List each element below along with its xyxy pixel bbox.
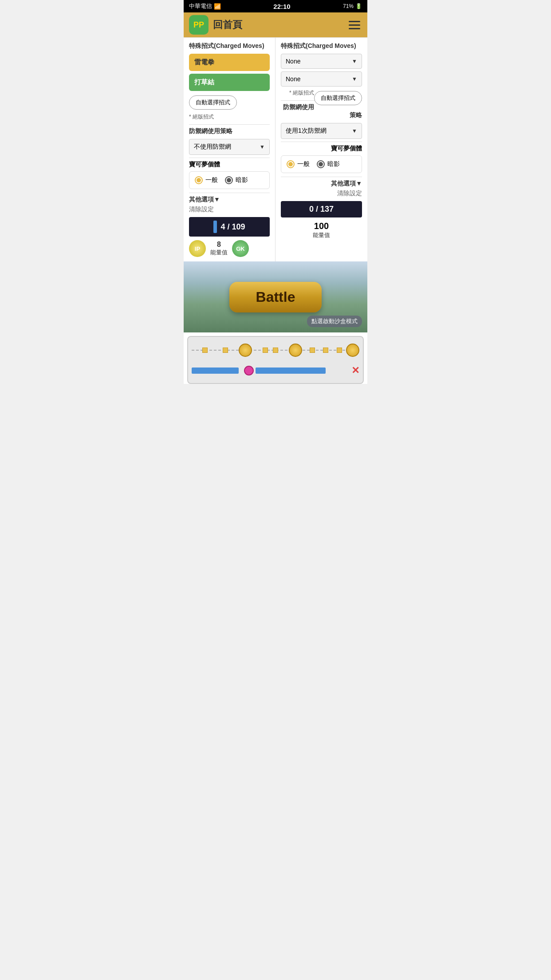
right-clear-settings[interactable]: 清除設定: [281, 190, 362, 198]
battle-button[interactable]: Battle: [229, 282, 322, 312]
left-energy-icon-left: IP: [189, 240, 206, 257]
left-shield-arrow-icon: ▼: [260, 144, 265, 150]
left-move1-button[interactable]: 雷電拳: [189, 54, 270, 71]
right-shield-title: 防禦網使用策略: [281, 103, 362, 119]
right-count-value: 0 / 137: [309, 205, 334, 214]
timeline-sq1: [202, 348, 208, 353]
left-radio-normal-label: 一般: [205, 176, 218, 184]
timeline-sq6: [323, 348, 328, 353]
timeline-circle1: [239, 344, 252, 357]
right-move2-arrow-icon: ▼: [352, 76, 357, 82]
hp-bar-middle: [256, 368, 326, 374]
timeline-sq4: [273, 348, 278, 353]
left-energy-label: 能量值: [210, 249, 228, 257]
right-radio-group: 一般 暗影: [281, 155, 362, 173]
battery-percent: 71%: [343, 3, 354, 9]
left-radio-dark-circle[interactable]: [225, 176, 233, 184]
right-radio-normal-label: 一般: [297, 160, 310, 168]
left-radio-normal-circle[interactable]: [195, 176, 203, 184]
two-col-layout: 特殊招式(Charged Moves) 雷電拳 打草結 自動選擇招式 * 絕版招…: [184, 37, 367, 261]
right-radio-dark-label: 暗影: [327, 160, 340, 168]
right-move2-select[interactable]: None ▼: [281, 71, 362, 87]
status-bar: 中華電信 📶 22:10 71% 🔋: [184, 0, 367, 12]
status-left: 中華電信 📶: [189, 2, 221, 10]
right-auto-select-button[interactable]: 自動選擇招式: [314, 91, 362, 105]
right-energy-label: 能量值: [281, 231, 362, 239]
hp-x-marker: ✕: [351, 366, 359, 375]
main-content: 特殊招式(Charged Moves) 雷電拳 打草結 自動選擇招式 * 絕版招…: [184, 37, 367, 384]
left-radio-dark-label: 暗影: [236, 176, 248, 184]
left-shield-select[interactable]: 不使用防禦網 ▼: [189, 139, 270, 155]
logo-text: PP: [193, 20, 204, 30]
right-shield-arrow-icon: ▼: [352, 128, 357, 134]
right-shield-select[interactable]: 使用1次防禦網 ▼: [281, 123, 362, 139]
right-radio-normal[interactable]: 一般: [287, 160, 310, 168]
left-shield-option-text: 不使用防禦網: [194, 143, 231, 151]
right-move1-arrow-icon: ▼: [352, 58, 357, 64]
right-charged-moves-title: 特殊招式(Charged Moves): [281, 42, 362, 50]
left-other-options[interactable]: 其他選項▼: [189, 196, 270, 204]
wifi-icon: 📶: [214, 3, 221, 10]
right-count-bar: 0 / 137: [281, 201, 362, 217]
right-column: 特殊招式(Charged Moves) None ▼ None ▼ 自動選擇招式…: [276, 38, 367, 261]
left-radio-group: 一般 暗影: [189, 171, 270, 189]
left-icon-left-text: IP: [195, 245, 200, 252]
timeline-sq3: [263, 348, 268, 353]
right-shield-option-text: 使用1次防禦網: [286, 127, 327, 135]
status-right: 71% 🔋: [343, 3, 362, 9]
header: PP 回首頁: [184, 12, 367, 37]
timeline-sq5: [310, 348, 315, 353]
right-energy-section: 100 能量值: [281, 221, 362, 239]
right-pokemon-individual-title: 寶可夢個體: [281, 145, 362, 153]
left-charged-moves-title: 特殊招式(Charged Moves): [189, 42, 270, 50]
left-legendary-note: * 絕版招式: [189, 113, 270, 121]
left-auto-select-button[interactable]: 自動選擇招式: [189, 95, 237, 110]
right-move1-option: None: [286, 58, 300, 65]
sandbox-label[interactable]: 點選啟動沙盒模式: [307, 316, 362, 327]
left-count-value: 4 / 109: [220, 222, 245, 232]
timeline-circle2: [289, 344, 302, 357]
left-move2-button[interactable]: 打草結: [189, 74, 270, 91]
timeline-sq2: [223, 348, 228, 353]
app-logo: PP: [189, 15, 209, 35]
hp-magenta-node: [244, 366, 254, 375]
header-title: 回首頁: [213, 18, 342, 32]
right-radio-dark-circle[interactable]: [317, 160, 325, 168]
time-display: 22:10: [273, 3, 290, 10]
right-energy-value: 100: [281, 221, 362, 231]
left-energy-row: IP 8 能量值 GK: [189, 240, 270, 257]
left-clear-settings[interactable]: 清除設定: [189, 205, 270, 213]
right-radio-dark[interactable]: 暗影: [317, 160, 340, 168]
right-radio-normal-circle[interactable]: [287, 160, 295, 168]
battle-section: Battle 點選啟動沙盒模式: [184, 261, 367, 332]
timeline-top-row: [192, 340, 359, 360]
battery-icon: 🔋: [355, 3, 362, 9]
timeline-bottom-row: ✕: [192, 362, 359, 379]
menu-button[interactable]: [347, 19, 362, 31]
left-column: 特殊招式(Charged Moves) 雷電拳 打草結 自動選擇招式 * 絕版招…: [184, 38, 276, 261]
right-move1-select[interactable]: None ▼: [281, 54, 362, 69]
left-count-indicator: [213, 221, 217, 233]
left-icon-right-text: GK: [236, 245, 245, 252]
left-pokemon-individual-title: 寶可夢個體: [189, 161, 270, 169]
timeline-section: ✕: [187, 336, 364, 384]
timeline-sq7: [337, 348, 342, 353]
right-other-options[interactable]: 其他選項▼: [281, 180, 362, 188]
left-radio-dark[interactable]: 暗影: [225, 176, 248, 184]
timeline-circle3: [346, 344, 359, 357]
left-energy-value: 8: [210, 241, 228, 249]
right-move2-option: None: [286, 75, 300, 83]
hp-bar-left: [192, 368, 239, 374]
left-energy-icon-right: GK: [232, 240, 249, 257]
left-shield-title: 防禦網使用策略: [189, 127, 270, 135]
carrier-text: 中華電信: [189, 2, 212, 10]
left-count-bar: 4 / 109: [189, 217, 270, 237]
left-radio-normal[interactable]: 一般: [195, 176, 218, 184]
